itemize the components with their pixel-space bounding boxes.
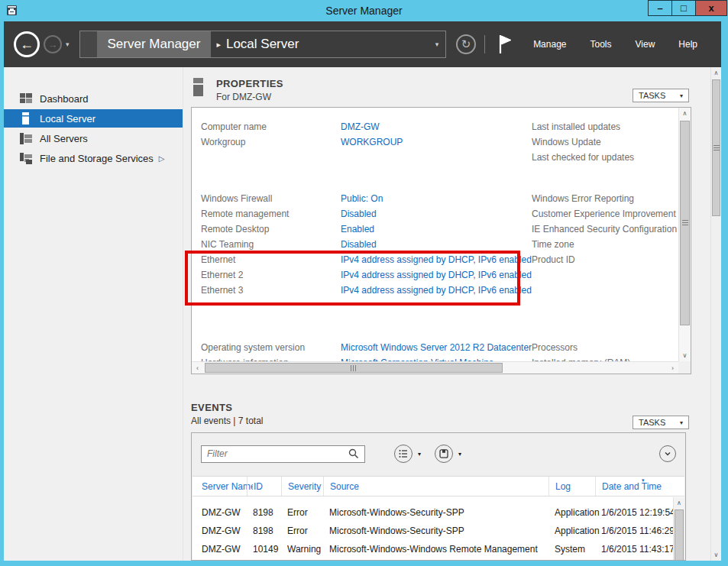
history-dropdown-caret[interactable]: ▾ — [66, 40, 70, 48]
scroll-down-icon[interactable]: ∨ — [711, 549, 721, 561]
property-value-link[interactable]: WORKGROUP — [341, 137, 532, 147]
sidebar-item-label: Local Server — [40, 113, 95, 125]
back-button[interactable]: ← — [14, 31, 40, 57]
sidebar-item-local-server[interactable]: Local Server — [4, 109, 183, 128]
filter-input[interactable]: Filter — [201, 445, 365, 463]
event-row[interactable]: DMZ-GW 8198 Error Microsoft-Windows-Secu… — [193, 522, 684, 540]
red-highlight-box — [185, 251, 520, 306]
property-label: Windows Firewall — [201, 193, 341, 204]
property-row: Computer name DMZ-GW Last installed upda… — [192, 119, 678, 134]
properties-vertical-scrollbar[interactable]: ∧ ∨ — [678, 108, 691, 361]
scrollbar-thumb[interactable] — [712, 79, 720, 216]
property-label-right: Time zone — [532, 239, 678, 250]
sidebar-item-all-servers[interactable]: All Servers — [4, 129, 183, 147]
minimize-button[interactable]: – — [648, 0, 672, 16]
property-value-link[interactable]: Disabled — [341, 209, 532, 219]
menu-tools[interactable]: Tools — [590, 39, 612, 50]
scrollbar-thumb[interactable] — [675, 509, 684, 561]
navbar-divider — [484, 35, 485, 53]
events-toolbar: Filter — [192, 433, 685, 463]
scroll-up-icon[interactable]: ∧ — [679, 108, 691, 119]
scroll-up-icon[interactable]: ∧ — [711, 67, 721, 79]
scroll-up-icon[interactable]: ∧ — [674, 497, 684, 509]
event-source: Microsoft-Windows-Security-SPP — [329, 507, 555, 518]
forward-arrow-icon: → — [48, 39, 58, 50]
column-header-date-time[interactable]: Date and Time ▾ — [595, 477, 684, 496]
main-vertical-scrollbar[interactable]: ∧ ∨ — [710, 67, 721, 561]
event-severity: Error — [287, 507, 329, 518]
scrollbar-thumb[interactable] — [205, 363, 503, 373]
property-label-right: Last installed updates — [532, 121, 678, 132]
scrollbar-thumb[interactable] — [680, 121, 690, 325]
property-value-link[interactable]: Public: On — [341, 193, 532, 204]
sidebar-item-dashboard[interactable]: Dashboard — [4, 89, 183, 108]
breadcrumb-dropdown-caret[interactable]: ▾ — [435, 40, 439, 48]
notification-flag-icon — [497, 33, 513, 56]
sidebar-item-label: File and Storage Services — [40, 153, 154, 164]
property-value-link[interactable]: Microsoft Windows Server 2012 R2 Datacen… — [341, 342, 532, 353]
menu-manage[interactable]: Manage — [533, 39, 566, 50]
scroll-right-icon[interactable]: › — [667, 362, 678, 374]
saved-queries-caret-icon[interactable]: ▾ — [458, 451, 461, 458]
server-tower-icon — [193, 78, 205, 96]
event-id: 8198 — [253, 526, 287, 536]
property-label: Remote Desktop — [201, 224, 341, 234]
local-server-icon — [19, 112, 32, 125]
column-header-severity[interactable]: Severity — [281, 477, 329, 496]
event-severity: Error — [287, 526, 329, 536]
properties-tasks-button[interactable]: TASKS ▾ — [633, 89, 689, 102]
column-header-server-name[interactable]: Server Name — [202, 477, 253, 496]
saved-queries-button[interactable] — [435, 445, 453, 463]
submenu-arrow-icon: ▷ — [159, 154, 165, 163]
thumb-grip — [713, 145, 720, 151]
event-id: 8198 — [253, 507, 287, 518]
event-log: Application — [555, 526, 601, 536]
column-header-label: Date and Time — [602, 481, 662, 492]
property-value-link[interactable]: Enabled — [341, 224, 532, 234]
maximize-button[interactable]: □ — [671, 0, 696, 16]
sidebar: Dashboard Local Server — [4, 67, 183, 561]
property-value-link[interactable]: DMZ-GW — [341, 121, 532, 132]
property-label: Computer name — [201, 121, 341, 132]
refresh-button[interactable]: ↻ — [456, 34, 476, 54]
event-datetime: 1/6/2015 12:19:54 — [601, 507, 684, 518]
forward-button[interactable]: → — [44, 35, 62, 53]
events-tasks-button[interactable]: TASKS ▾ — [633, 416, 689, 429]
column-header-log[interactable]: Log — [548, 477, 601, 496]
search-icon — [348, 448, 359, 459]
sidebar-item-file-storage-services[interactable]: File and Storage Services ▷ — [4, 149, 183, 167]
properties-horizontal-scrollbar[interactable]: ‹ › — [192, 361, 678, 374]
breadcrumb-item-local-server[interactable]: Local Server — [226, 37, 299, 52]
scroll-left-icon[interactable]: ‹ — [192, 362, 203, 374]
events-table-scrollbar[interactable]: ∧ — [673, 497, 684, 560]
event-id: 10149 — [253, 544, 287, 555]
main-panel: PROPERTIES For DMZ-GW TASKS ▾ Computer n… — [183, 67, 710, 561]
navigation-bar: ← → ▾ Server Manager ▸ Local Server ▾ ↻ — [4, 21, 721, 67]
filter-criteria-button[interactable] — [394, 445, 413, 463]
breadcrumb[interactable]: Server Manager ▸ Local Server ▾ — [79, 31, 447, 58]
breadcrumb-item-server-manager[interactable]: Server Manager — [97, 31, 212, 57]
window-controls: – □ x — [649, 0, 727, 16]
property-value-link[interactable]: Disabled — [341, 239, 532, 250]
event-row[interactable]: DMZ-GW 10149 Warning Microsoft-Windows-W… — [193, 540, 684, 558]
property-label-right: Customer Experience Improvement — [532, 209, 678, 219]
menu-view[interactable]: View — [636, 39, 655, 50]
close-button[interactable]: x — [695, 0, 727, 16]
collapse-panel-button[interactable] — [659, 445, 676, 462]
column-header-source[interactable]: Source — [323, 477, 555, 496]
notifications-flag-button[interactable] — [497, 33, 513, 56]
property-label: Remote management — [201, 209, 341, 219]
dashboard-icon — [19, 93, 32, 104]
filter-placeholder: Filter — [207, 448, 348, 459]
properties-title: PROPERTIES — [216, 78, 283, 89]
server-manager-window: Server Manager – □ x ← → ▾ Server Manage… — [0, 0, 728, 566]
scroll-down-icon[interactable]: ∨ — [679, 350, 691, 361]
back-arrow-icon: ← — [20, 37, 34, 53]
filter-criteria-caret-icon[interactable]: ▾ — [418, 451, 421, 458]
event-server: DMZ-GW — [202, 526, 253, 536]
sort-descending-icon: ▾ — [642, 477, 645, 483]
event-log: System — [555, 544, 601, 555]
event-row[interactable]: DMZ-GW 8198 Error Microsoft-Windows-Secu… — [193, 503, 684, 522]
file-storage-services-icon — [19, 153, 32, 164]
menu-help[interactable]: Help — [678, 39, 697, 50]
